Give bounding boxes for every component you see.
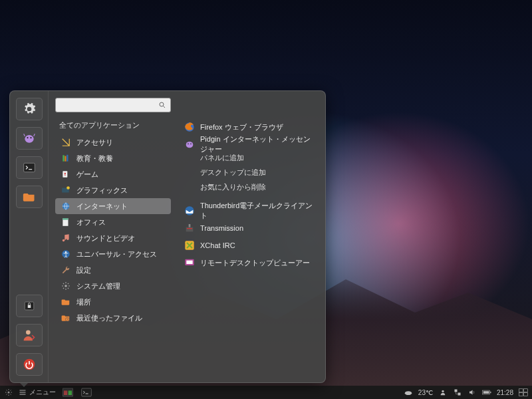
pidgin-icon <box>23 132 36 145</box>
category-office[interactable]: オフィス <box>55 214 171 230</box>
svg-point-38 <box>442 390 444 392</box>
svg-rect-9 <box>63 155 64 161</box>
search-box[interactable] <box>55 98 171 112</box>
category-label: オフィス <box>76 217 106 227</box>
user-indicator-icon[interactable] <box>438 388 448 397</box>
svg-rect-44 <box>519 389 523 392</box>
terminal-icon <box>23 161 36 174</box>
fav-terminal[interactable] <box>16 156 43 179</box>
svg-rect-12 <box>63 171 67 177</box>
category-label: 場所 <box>76 297 91 307</box>
taskbar: メニュー 23℃ 21:28 <box>0 386 532 399</box>
category-education[interactable]: 教育・教養 <box>55 150 171 166</box>
gear-icon <box>23 102 36 116</box>
category-settings[interactable]: 設定 <box>55 262 171 278</box>
category-games[interactable]: ゲーム <box>55 166 171 182</box>
network-indicator-icon[interactable] <box>453 388 462 397</box>
volume-indicator-icon[interactable] <box>467 388 477 397</box>
menu-button-label: メニュー <box>29 388 56 397</box>
category-universal[interactable]: ユニバーサル・アクセス <box>55 246 171 262</box>
svg-point-20 <box>65 285 67 287</box>
firefox-icon <box>184 122 195 132</box>
app-remote-desktop[interactable]: リモートデスクトップビューアー <box>180 255 319 271</box>
app-thunderbird[interactable]: Thunderbird電子メールクライアント <box>180 203 319 219</box>
weather-icon[interactable] <box>404 388 413 397</box>
svg-rect-3 <box>23 163 35 172</box>
context-label: デスクトップに追加 <box>200 168 266 176</box>
svg-rect-5 <box>27 305 31 309</box>
fav-shutdown[interactable] <box>16 353 43 376</box>
xchat-icon <box>184 240 195 251</box>
svg-rect-10 <box>65 156 66 162</box>
accessibility-icon <box>61 249 71 259</box>
user-icon <box>23 329 36 342</box>
app-label: Transmission <box>200 224 243 232</box>
fav-logout[interactable] <box>16 324 43 346</box>
categories-column: 全てのアプリケーション アクセサリ 教育・教養 ゲーム グラフィックス インター… <box>49 91 175 382</box>
context-add-to-desktop[interactable]: デスクトップに追加 <box>180 168 319 182</box>
svg-point-37 <box>405 391 412 395</box>
taskbar-launcher-terminal[interactable] <box>80 387 93 398</box>
fav-settings[interactable] <box>16 98 43 120</box>
clock[interactable]: 21:28 <box>497 389 513 396</box>
search-icon <box>158 101 166 109</box>
category-label: グラフィックス <box>76 186 128 196</box>
app-firefox[interactable]: Firefox ウェブ・ブラウザ <box>180 119 319 135</box>
palette-icon <box>61 185 71 196</box>
svg-point-1 <box>27 137 28 138</box>
svg-rect-35 <box>68 390 72 395</box>
svg-rect-36 <box>82 388 92 396</box>
app-xchat[interactable]: XChat IRC <box>180 237 319 253</box>
context-remove-favorite[interactable]: お気に入りから削除 <box>180 183 319 196</box>
workspace-switcher-icon[interactable] <box>519 388 528 397</box>
svg-rect-43 <box>483 391 489 394</box>
svg-rect-31 <box>186 261 192 264</box>
fav-files[interactable] <box>16 186 43 208</box>
taskbar-launcher-files[interactable] <box>61 387 74 398</box>
svg-point-23 <box>186 142 194 148</box>
fav-lock[interactable] <box>16 295 43 317</box>
wrench-icon <box>61 265 71 275</box>
category-label: システム管理 <box>76 281 120 291</box>
svg-rect-46 <box>519 393 523 396</box>
fav-pidgin[interactable] <box>16 127 43 150</box>
favorites-column <box>10 91 49 382</box>
app-pidgin[interactable]: Pidgin インターネット・メッセンジャー <box>180 136 319 152</box>
category-accessories[interactable]: アクセサリ <box>55 134 171 150</box>
context-label: パネルに追加 <box>200 154 244 162</box>
category-recent[interactable]: 最近使ったファイル <box>55 310 171 326</box>
globe-icon <box>61 201 71 211</box>
app-label: Pidgin インターネット・メッセンジャー <box>200 134 315 154</box>
svg-rect-17 <box>63 218 68 219</box>
music-icon <box>61 233 71 243</box>
menu-pointer <box>20 383 28 391</box>
svg-point-0 <box>25 135 33 143</box>
app-label: Firefox ウェブ・ブラウザ <box>200 122 283 132</box>
thunderbird-icon <box>184 205 195 216</box>
context-add-to-panel[interactable]: パネルに追加 <box>180 154 319 167</box>
recent-icon <box>61 313 71 323</box>
pidgin-icon <box>184 139 195 150</box>
category-places[interactable]: 場所 <box>55 294 171 310</box>
document-icon <box>61 217 71 227</box>
search-input[interactable] <box>60 101 158 109</box>
svg-point-14 <box>66 186 70 190</box>
svg-rect-40 <box>458 393 460 396</box>
svg-rect-45 <box>524 389 528 392</box>
taskbar-settings-icon[interactable] <box>4 388 13 397</box>
category-sound[interactable]: サウンドとビデオ <box>55 230 171 246</box>
svg-rect-27 <box>186 227 194 232</box>
app-label: Thunderbird電子メールクライアント <box>200 201 315 221</box>
battery-indicator-icon[interactable] <box>482 388 491 397</box>
category-internet[interactable]: インターネット <box>55 198 171 214</box>
applications-column: Firefox ウェブ・ブラウザ Pidgin インターネット・メッセンジャー … <box>175 91 325 382</box>
category-label: 設定 <box>76 265 91 275</box>
gear-icon <box>61 281 71 291</box>
all-applications-header: 全てのアプリケーション <box>55 119 171 134</box>
svg-point-6 <box>26 331 31 335</box>
cards-icon <box>61 169 71 180</box>
power-icon <box>23 358 36 371</box>
category-graphics[interactable]: グラフィックス <box>55 182 171 198</box>
category-system[interactable]: システム管理 <box>55 278 171 294</box>
app-transmission[interactable]: Transmission <box>180 220 319 236</box>
